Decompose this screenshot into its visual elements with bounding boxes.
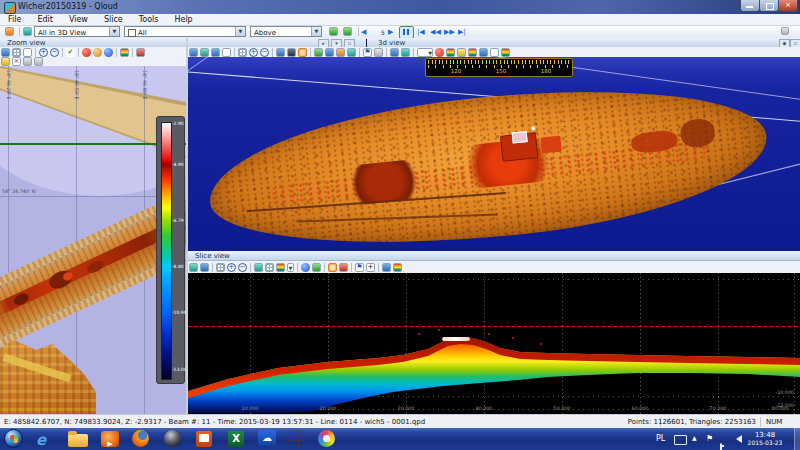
point-size-icon[interactable] <box>301 263 310 272</box>
chevron-down-icon[interactable]: ▼ <box>109 27 119 36</box>
rewind-button[interactable]: ◀◀ <box>430 27 441 37</box>
chevron-down-icon[interactable]: ▼ <box>287 263 294 272</box>
orbit-icon[interactable] <box>200 48 209 57</box>
show-hidden-icons-button[interactable]: ▲ <box>692 434 697 441</box>
media-player-icon[interactable]: ▶ <box>100 430 122 448</box>
maximize-button[interactable] <box>759 0 779 12</box>
arrow-step-icon[interactable] <box>254 263 263 272</box>
marker-icon[interactable] <box>435 48 444 57</box>
redo-icon[interactable] <box>34 57 43 66</box>
close-button[interactable]: × <box>778 0 798 12</box>
flag-icon[interactable]: ⚑ <box>355 263 364 272</box>
zoom-view-map[interactable]: 18° 46.20' E 18° 46.50' E 18° 46.80' E 5… <box>0 66 186 414</box>
eraser-icon[interactable] <box>336 48 345 57</box>
shade-icon[interactable] <box>287 48 296 57</box>
select-cursor-icon[interactable] <box>222 48 231 57</box>
colormap-dropdown[interactable]: ▼ <box>417 48 433 57</box>
delete-points-icon[interactable] <box>339 263 348 272</box>
excel-icon[interactable]: X <box>228 430 250 448</box>
action-center-flag-icon[interactable]: ⚑ <box>706 434 713 443</box>
display-mode-combobox[interactable]: Above ▼ <box>250 26 322 37</box>
pan-icon[interactable] <box>189 263 198 272</box>
refresh-icon[interactable] <box>23 27 32 36</box>
flag-icon[interactable]: ⚑ <box>363 48 372 57</box>
scatter-icon[interactable] <box>120 48 129 57</box>
file-explorer-icon[interactable] <box>68 430 90 448</box>
scatter-icon[interactable] <box>393 263 402 272</box>
orange-points-icon[interactable] <box>93 48 102 57</box>
settings-alt-icon[interactable] <box>343 27 352 36</box>
chevron-down-icon[interactable]: ▼ <box>235 27 245 36</box>
cloud-app-icon[interactable]: ☁ <box>258 430 280 448</box>
edit-icon[interactable] <box>1 57 10 66</box>
fit-view-icon[interactable] <box>200 263 209 272</box>
fast-forward-button[interactable]: ▶▶ <box>444 27 455 37</box>
sphere-app-icon[interactable] <box>164 430 186 448</box>
document-app-icon[interactable] <box>196 430 218 448</box>
delete-icon[interactable]: × <box>12 57 21 66</box>
box-select-icon[interactable] <box>238 48 247 57</box>
sound-icon[interactable] <box>347 48 356 57</box>
add-marker-icon[interactable]: + <box>366 263 375 272</box>
color-grid-icon[interactable] <box>276 263 285 272</box>
taskbar-clock[interactable]: 13:48 2015-03-23 <box>742 431 788 447</box>
slice-view-plot[interactable]: 10.000 20.000 30.000 40.000 50.000 60.00… <box>188 273 800 414</box>
red-points-icon[interactable] <box>82 48 91 57</box>
view-filter-combobox[interactable]: All in 3D View ▼ <box>34 26 120 37</box>
all-checkbox[interactable] <box>128 29 136 37</box>
step-back-button[interactable]: ◀ <box>361 27 366 37</box>
menu-tools[interactable]: Tools <box>131 14 167 25</box>
depth-colors-icon[interactable] <box>468 48 477 57</box>
globe-app-icon[interactable] <box>288 430 310 448</box>
chevron-down-icon[interactable]: ▼ <box>311 27 321 36</box>
lightning-icon[interactable] <box>479 48 488 57</box>
colormap-icon[interactable] <box>446 48 455 57</box>
all-filter-combobox[interactable]: All ▼ <box>124 26 246 37</box>
observer-icon[interactable] <box>401 48 410 57</box>
box-select-icon[interactable] <box>216 263 225 272</box>
power-icon[interactable] <box>720 443 722 450</box>
elevation-icon[interactable] <box>211 48 220 57</box>
select-cursor-icon[interactable] <box>23 48 32 57</box>
skip-to-end-button[interactable]: ▶| <box>458 27 466 37</box>
keyboard-layout-icon[interactable] <box>674 435 687 445</box>
texture-toggle-icon[interactable] <box>298 48 307 57</box>
grid-view-icon[interactable] <box>12 48 21 57</box>
menu-slice[interactable]: Slice <box>96 14 131 25</box>
toolbar-pin-icon[interactable] <box>781 27 789 35</box>
settings-icon[interactable] <box>329 27 338 36</box>
show-desktop-button[interactable] <box>794 428 800 450</box>
slice-view-header[interactable]: Slice view <box>188 251 800 261</box>
paint-app-icon[interactable] <box>318 430 340 448</box>
grid-display-icon[interactable] <box>265 263 274 272</box>
globe-icon[interactable] <box>189 48 198 57</box>
observer-icon[interactable] <box>382 263 391 272</box>
menu-edit[interactable]: Edit <box>29 14 61 25</box>
skip-to-start-button[interactable]: |◀ <box>417 27 425 37</box>
measure-icon[interactable] <box>374 48 383 57</box>
zoom-in-icon[interactable]: + <box>227 263 236 272</box>
pin-icon[interactable] <box>276 48 285 57</box>
minimize-button[interactable] <box>740 0 760 12</box>
menu-help[interactable]: Help <box>166 14 200 25</box>
internet-explorer-icon[interactable]: e <box>36 430 58 448</box>
zoom-in-icon[interactable]: + <box>249 48 258 57</box>
filter-icon[interactable] <box>136 48 145 57</box>
view3d-scene[interactable]: 120 150 180 <box>188 57 800 251</box>
water-icon[interactable] <box>325 48 334 57</box>
pan-icon[interactable] <box>1 48 10 57</box>
menu-file[interactable]: File <box>0 14 29 25</box>
zoom-in-icon[interactable]: + <box>39 48 48 57</box>
menu-view[interactable]: View <box>61 14 96 25</box>
accept-points-icon[interactable] <box>312 263 321 272</box>
open-project-icon[interactable] <box>5 27 14 36</box>
undo-icon[interactable] <box>23 57 32 66</box>
language-indicator[interactable]: PL <box>656 434 665 443</box>
start-button[interactable] <box>4 429 23 448</box>
blue-points-icon[interactable] <box>104 48 113 57</box>
zoom-out-icon[interactable]: − <box>238 263 247 272</box>
surface-icon[interactable] <box>314 48 323 57</box>
blank-icon[interactable] <box>490 48 499 57</box>
info-icon[interactable] <box>390 48 399 57</box>
firefox-icon[interactable] <box>132 430 154 448</box>
